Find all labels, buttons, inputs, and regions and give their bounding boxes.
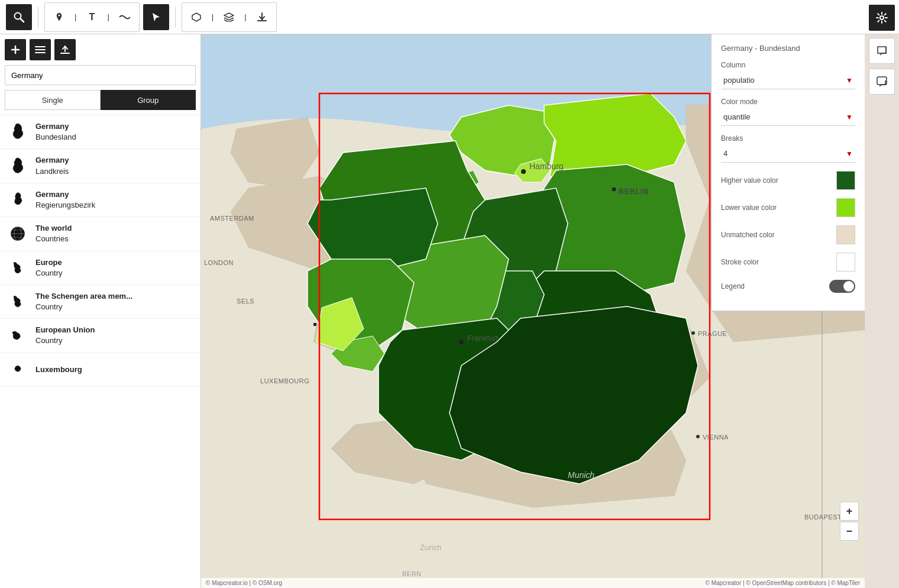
layer-label-eu-country: European Union Country bbox=[35, 325, 95, 346]
unmatched-color-row: Unmatched color bbox=[721, 225, 855, 244]
layer-item-schengen[interactable]: The Schengen area mem... Country bbox=[0, 285, 201, 319]
layer-icon-germany-bundesland bbox=[7, 121, 28, 143]
color-mode-select[interactable]: quantile ▼ bbox=[721, 108, 855, 126]
layer-label-europe-country: Europe Country bbox=[35, 257, 63, 279]
svg-marker-3 bbox=[192, 13, 201, 21]
layers-tool-button[interactable] bbox=[216, 4, 242, 30]
layer-icon-eu-country bbox=[7, 325, 28, 346]
toolbar: | T | | | bbox=[0, 0, 899, 34]
stroke-color-row: Stroke color bbox=[721, 253, 855, 272]
tab-single[interactable]: Single bbox=[5, 90, 101, 110]
layer-type-tabs: Single Group bbox=[5, 90, 196, 110]
polygon-tool-button[interactable] bbox=[183, 4, 209, 30]
svg-text:Frankfurt: Frankfurt bbox=[467, 334, 498, 343]
svg-text:Hamburg: Hamburg bbox=[529, 161, 564, 171]
color-mode-arrow-icon: ▼ bbox=[846, 113, 853, 121]
search-button[interactable] bbox=[6, 4, 32, 30]
sidebar-search-input[interactable] bbox=[5, 65, 196, 85]
right-toolbar bbox=[865, 0, 899, 99]
color-mode-label: Color mode bbox=[721, 98, 855, 106]
upload-button[interactable] bbox=[54, 39, 76, 60]
svg-text:LONDON: LONDON bbox=[204, 259, 234, 266]
settings-button[interactable] bbox=[869, 5, 895, 31]
breaks-select[interactable]: 4 ▼ bbox=[721, 145, 855, 163]
stroke-color-label: Stroke color bbox=[721, 258, 759, 266]
layer-icon-world-countries bbox=[7, 223, 28, 244]
shape-tools-group: | | bbox=[182, 2, 277, 32]
higher-value-color-row: Higher value color bbox=[721, 171, 855, 190]
unmatched-color-label: Unmatched color bbox=[721, 231, 775, 239]
layer-label-luxembourg: Luxembourg bbox=[35, 364, 82, 375]
color-mode-field: Color mode quantile ▼ bbox=[721, 98, 855, 126]
legend-toggle-knob bbox=[843, 281, 854, 292]
layer-icon-schengen bbox=[7, 291, 28, 312]
layer-icon-luxembourg bbox=[7, 359, 28, 380]
svg-text:BUDAPEST: BUDAPEST bbox=[804, 513, 842, 521]
layer-item-europe-country[interactable]: Europe Country bbox=[0, 251, 201, 285]
download-tool-button[interactable] bbox=[249, 4, 275, 30]
layer-item-germany-landkreis[interactable]: Germany Landkreis bbox=[0, 149, 201, 183]
layer-label-schengen: The Schengen area mem... Country bbox=[35, 291, 132, 312]
layer-icon-germany-regierungsbezirk bbox=[7, 189, 28, 211]
add-layer-button[interactable] bbox=[5, 39, 26, 60]
zoom-out-button[interactable]: − bbox=[840, 522, 859, 541]
draw-tools-group: | T | bbox=[44, 2, 140, 32]
zoom-in-button[interactable]: + bbox=[840, 502, 859, 521]
sidebar: Single Group Germany Bundesland bbox=[0, 34, 201, 588]
layer-label-germany-landkreis: Germany Landkreis bbox=[35, 155, 69, 176]
layer-icon-germany-landkreis bbox=[7, 156, 28, 177]
lower-value-color-row: Lower value color bbox=[721, 198, 855, 217]
stroke-color-swatch[interactable] bbox=[836, 253, 855, 272]
panel-title: Germany - Bundesland bbox=[721, 44, 855, 53]
layer-list: Germany Bundesland Germany Landkreis bbox=[0, 115, 201, 588]
map-attribution: © Mapcreator.io | © OSM.org © Mapcreator… bbox=[201, 578, 865, 588]
zoom-controls: + − bbox=[840, 502, 859, 541]
svg-text:Zurich: Zurich bbox=[420, 543, 441, 552]
svg-text:LUXEMBOURG: LUXEMBOURG bbox=[260, 377, 309, 385]
breaks-value: 4 bbox=[723, 149, 727, 158]
layer-label-world-countries: The world Countries bbox=[35, 223, 72, 244]
breaks-label: Breaks bbox=[721, 134, 855, 143]
svg-text:AMSTERDAM: AMSTERDAM bbox=[210, 215, 254, 222]
toolbar-separator-2 bbox=[175, 7, 176, 28]
layer-label-germany-bundesland: Germany Bundesland bbox=[35, 121, 76, 143]
svg-point-22 bbox=[521, 169, 526, 174]
sidebar-top: Single Group bbox=[0, 34, 201, 115]
svg-text:BERLIN: BERLIN bbox=[619, 188, 649, 196]
pin-tool-button[interactable] bbox=[46, 4, 72, 30]
layer-item-germany-bundesland[interactable]: Germany Bundesland bbox=[0, 115, 201, 149]
column-select[interactable]: populatio ▼ bbox=[721, 72, 855, 89]
right-panel: Germany - Bundesland Column populatio ▼ … bbox=[711, 34, 865, 311]
unmatched-color-swatch[interactable] bbox=[836, 225, 855, 244]
comment-button[interactable] bbox=[869, 38, 895, 64]
layer-item-germany-regierungsbezirk[interactable]: Germany Regierungsbezirk bbox=[0, 183, 201, 217]
cursor-tool-button[interactable] bbox=[143, 4, 169, 30]
svg-rect-30 bbox=[313, 323, 316, 326]
layer-item-luxembourg[interactable]: Luxembourg bbox=[0, 353, 201, 387]
higher-value-color-label: Higher value color bbox=[721, 176, 778, 185]
svg-text:PRAGUE: PRAGUE bbox=[698, 330, 727, 337]
svg-text:Munich: Munich bbox=[568, 470, 594, 480]
legend-toggle[interactable] bbox=[829, 280, 855, 293]
layer-icon-europe-country bbox=[7, 257, 28, 279]
lower-value-color-label: Lower value color bbox=[721, 203, 777, 212]
column-arrow-icon: ▼ bbox=[846, 76, 853, 85]
svg-point-34 bbox=[696, 435, 700, 438]
layer-item-world-countries[interactable]: The world Countries bbox=[0, 217, 201, 251]
column-field: Column populatio ▼ bbox=[721, 61, 855, 89]
column-value: populatio bbox=[723, 76, 755, 85]
higher-value-color-swatch[interactable] bbox=[836, 171, 855, 190]
lower-value-color-swatch[interactable] bbox=[836, 198, 855, 217]
layer-item-eu-country[interactable]: European Union Country bbox=[0, 319, 201, 353]
text-tool-button[interactable]: T bbox=[79, 4, 105, 30]
svg-text:VIENNA: VIENNA bbox=[703, 434, 729, 441]
column-label: Column bbox=[721, 61, 855, 69]
layer-label-germany-regierungsbezirk: Germany Regierungsbezirk bbox=[35, 189, 95, 211]
menu-button[interactable] bbox=[30, 39, 51, 60]
svg-point-32 bbox=[691, 331, 695, 335]
tab-group[interactable]: Group bbox=[101, 90, 196, 110]
wave-tool-button[interactable] bbox=[112, 4, 138, 30]
chat-bottom-button[interactable] bbox=[869, 69, 895, 95]
toolbar-separator-1 bbox=[38, 7, 38, 28]
svg-line-1 bbox=[21, 18, 24, 22]
